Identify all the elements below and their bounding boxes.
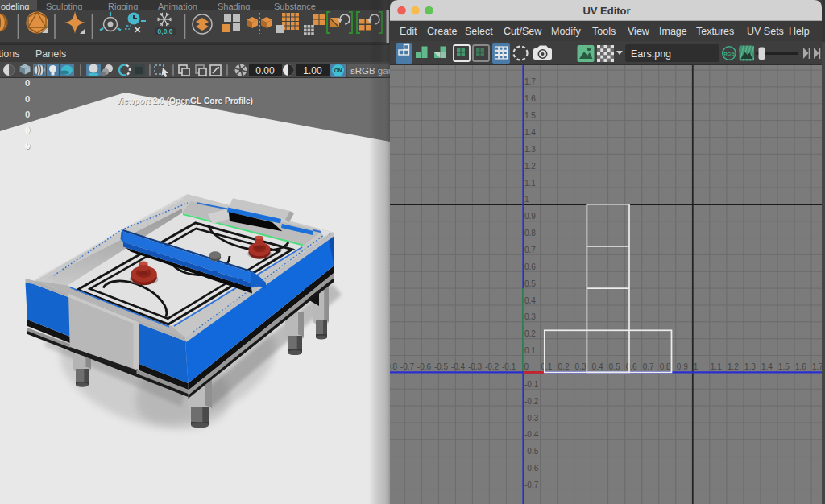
svg-text:0: 0 <box>25 126 30 135</box>
svg-text:0.4: 0.4 <box>524 296 536 305</box>
svg-text:tions: tions <box>0 48 19 60</box>
svg-text:-0.7: -0.7 <box>400 362 415 371</box>
svg-text:1.7: 1.7 <box>524 77 536 86</box>
svg-text:0.8: 0.8 <box>660 362 671 371</box>
svg-text:0.3: 0.3 <box>524 312 536 321</box>
svg-text:1.1: 1.1 <box>711 362 722 371</box>
svg-text:1: 1 <box>524 195 529 204</box>
svg-text:Panels: Panels <box>35 48 66 60</box>
svg-text:Edit: Edit <box>400 26 417 37</box>
svg-text:0: 0 <box>25 109 30 119</box>
svg-text:0.3: 0.3 <box>575 362 587 371</box>
svg-text:Rigging: Rigging <box>108 2 138 11</box>
svg-text:-0.4: -0.4 <box>451 362 466 371</box>
svg-text:0.9: 0.9 <box>677 362 688 371</box>
svg-text:-0.2: -0.2 <box>485 362 500 371</box>
svg-text:0.7: 0.7 <box>524 246 536 254</box>
svg-text:Modify: Modify <box>551 26 582 37</box>
svg-text:1.00: 1.00 <box>303 65 322 76</box>
svg-text:0.4: 0.4 <box>592 362 603 371</box>
svg-text:0: 0 <box>25 78 30 88</box>
svg-text:1: 1 <box>694 362 699 371</box>
svg-text:1.2: 1.2 <box>524 162 536 171</box>
svg-text:-0.5: -0.5 <box>524 447 539 456</box>
svg-text:0.5: 0.5 <box>524 279 536 288</box>
svg-text:Cut/Sew: Cut/Sew <box>504 26 542 37</box>
svg-text:0,0,0: 0,0,0 <box>158 27 173 35</box>
svg-text:0.7: 0.7 <box>643 362 654 371</box>
svg-text:UV Sets: UV Sets <box>747 26 784 37</box>
svg-text:0.6: 0.6 <box>626 362 637 371</box>
svg-text:1.4: 1.4 <box>524 128 536 137</box>
svg-text:Substance: Substance <box>274 2 316 11</box>
svg-text:-0.3: -0.3 <box>524 414 539 423</box>
svg-text:1.2: 1.2 <box>728 362 739 371</box>
svg-text:0.2: 0.2 <box>524 329 536 338</box>
svg-text:odeling: odeling <box>1 2 29 11</box>
svg-text:-0.1: -0.1 <box>524 380 539 389</box>
svg-text:1.4: 1.4 <box>761 362 773 371</box>
svg-text:Animation: Animation <box>158 2 197 11</box>
svg-text:-0.7: -0.7 <box>524 481 539 490</box>
svg-text:1.5: 1.5 <box>778 362 790 371</box>
svg-text:1.6: 1.6 <box>795 362 806 371</box>
svg-text:-0.5: -0.5 <box>434 362 449 371</box>
svg-text:Create: Create <box>427 26 458 37</box>
svg-text:0.8: 0.8 <box>524 229 536 238</box>
svg-text:0: 0 <box>25 141 30 151</box>
svg-text:View: View <box>628 26 650 37</box>
svg-text:Viewport 2.0 (OpenGL Core Prof: Viewport 2.0 (OpenGL Core Profile) <box>116 97 253 105</box>
svg-text:0.9: 0.9 <box>524 212 536 221</box>
svg-text:Sculpting: Sculpting <box>46 2 82 11</box>
svg-text:1.3: 1.3 <box>524 145 536 154</box>
svg-text:-0.4: -0.4 <box>524 430 539 439</box>
svg-text:-0.3: -0.3 <box>468 362 483 371</box>
svg-text:0.6: 0.6 <box>524 262 536 271</box>
svg-text:1.1: 1.1 <box>524 179 536 188</box>
svg-text:0.1: 0.1 <box>541 362 553 371</box>
svg-text:Shading: Shading <box>218 2 250 11</box>
svg-text:0: 0 <box>25 94 30 104</box>
svg-text:Select: Select <box>465 26 493 37</box>
svg-text:Image: Image <box>659 26 687 37</box>
svg-text:0.00: 0.00 <box>255 65 275 76</box>
svg-text:1.6: 1.6 <box>524 94 536 103</box>
svg-text:Ears.png: Ears.png <box>631 48 671 60</box>
svg-text:Textures: Textures <box>696 26 734 37</box>
svg-text:✕: ✕ <box>134 25 141 35</box>
svg-text:0: 0 <box>524 362 529 371</box>
svg-text:0.5: 0.5 <box>609 362 620 371</box>
svg-text:RGB: RGB <box>723 51 735 56</box>
svg-text:1.5: 1.5 <box>524 111 536 120</box>
svg-text:-0.1: -0.1 <box>502 362 516 371</box>
svg-text:-0.2: -0.2 <box>524 397 539 406</box>
svg-text:-0.6: -0.6 <box>417 362 432 371</box>
svg-text:Help: Help <box>789 26 810 37</box>
svg-text:UV Editor: UV Editor <box>582 5 630 17</box>
svg-text:0.1: 0.1 <box>524 346 536 355</box>
svg-text:1.3: 1.3 <box>744 362 756 371</box>
svg-text:0.2: 0.2 <box>558 362 570 371</box>
svg-text:ON: ON <box>334 68 342 73</box>
svg-text:Tools: Tools <box>592 26 616 37</box>
svg-text:-0.6: -0.6 <box>524 464 539 473</box>
